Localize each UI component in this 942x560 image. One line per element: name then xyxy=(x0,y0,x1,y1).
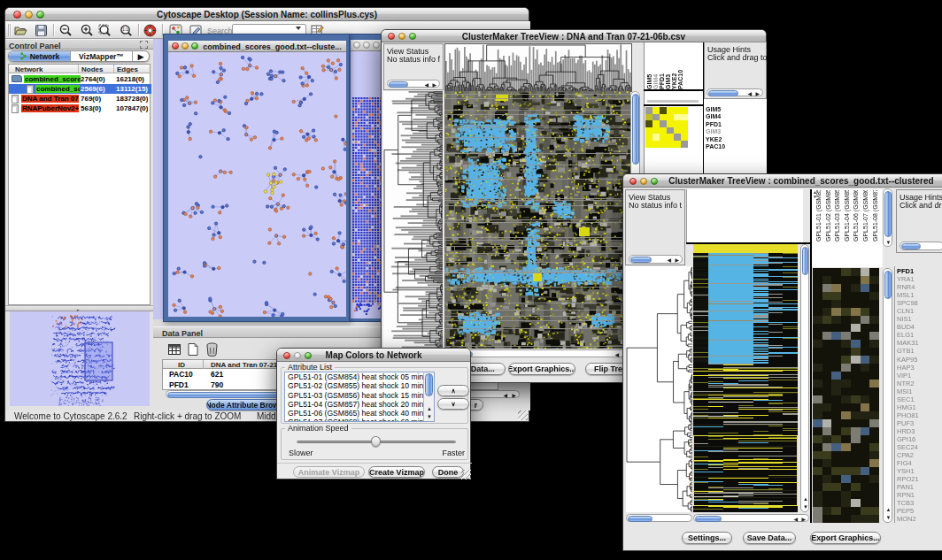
scrollbar-arrow-icon[interactable]: ▶ xyxy=(432,82,436,88)
treeview2-vscrollbar[interactable]: ▲ ▼ xyxy=(800,244,809,512)
treeview2-close-button[interactable] xyxy=(629,178,637,185)
scrollbar-thumb[interactable] xyxy=(884,191,892,237)
dialog-title-bar[interactable]: Map Colors to Network xyxy=(277,349,470,362)
attribute-list-scrollbar[interactable]: ▲ ▼ xyxy=(423,372,434,421)
scrollbar-thumb[interactable] xyxy=(632,94,639,165)
tab-more-button[interactable]: ▶ xyxy=(133,51,149,61)
col-nodes[interactable]: Nodes xyxy=(81,65,103,73)
new-attribute-icon[interactable] xyxy=(186,342,200,357)
treeview1-gene-dendrogram[interactable] xyxy=(383,91,443,349)
zoom-fit-icon[interactable] xyxy=(97,23,112,38)
attribute-list-item[interactable]: GPL51-04 (GSM857) heat shock 20 min xyxy=(285,400,434,409)
scrollbar-arrow-icon[interactable]: ▼ xyxy=(886,240,892,245)
save-data-button[interactable]: Save Data... xyxy=(743,532,796,544)
scrollbar-thumb[interactable] xyxy=(708,90,738,96)
scrollbar-arrow-icon[interactable]: ▼ xyxy=(427,414,432,419)
frame2-network-view[interactable] xyxy=(351,51,382,318)
treeview2-heatmap[interactable] xyxy=(693,244,798,512)
treeview2-labels-vscrollbar[interactable]: ▲ ▼ xyxy=(883,268,892,523)
attribute-list-item[interactable]: GPL51-02 (GSM855) heat shock 10 min xyxy=(285,381,434,390)
frame1-title-bar[interactable]: combined_scores_good.txt--cluste... xyxy=(168,41,346,52)
export-graphics-button[interactable]: Export Graphics... xyxy=(508,363,575,375)
treeview1-heatmap-hscrollbar[interactable]: ◀ ▶ xyxy=(448,349,630,357)
col-network[interactable]: Network xyxy=(15,65,43,73)
select-attributes-icon[interactable] xyxy=(167,342,181,357)
panel-splitter[interactable]: ▸ xyxy=(5,305,153,311)
main-resize-grip[interactable] xyxy=(518,410,528,420)
frame1-close-button[interactable] xyxy=(172,42,179,50)
move-up-button[interactable]: ∧ xyxy=(437,385,469,396)
frame2-zoom-button[interactable] xyxy=(373,42,380,49)
scrollbar-thumb[interactable] xyxy=(425,373,433,396)
scrollbar-arrow-icon[interactable]: ◀ xyxy=(503,393,507,398)
scrollbar-thumb[interactable] xyxy=(884,271,892,299)
col-id[interactable]: ID xyxy=(178,361,185,369)
frame2-title-bar[interactable] xyxy=(351,40,382,51)
main-title-bar[interactable]: Cytoscape Desktop (Session Name: collins… xyxy=(5,8,529,21)
create-vizmap-button[interactable]: Create Vizmap xyxy=(368,466,425,478)
scrollbar-arrow-icon[interactable]: ◀ xyxy=(424,82,429,88)
attribute-list[interactable]: GPL51-01 (GSM854) heat shock 05 minGPL51… xyxy=(284,372,435,422)
scrollbar-thumb[interactable] xyxy=(802,247,808,275)
delete-attribute-trash-icon[interactable] xyxy=(205,341,220,357)
scrollbar-arrow-icon[interactable]: ▲ xyxy=(886,507,892,512)
network-frame-2[interactable] xyxy=(346,34,384,322)
dialog-resize-grip[interactable] xyxy=(461,470,471,479)
treeview2-title-bar[interactable]: ClusterMaker TreeView : combined_scores_… xyxy=(623,174,942,188)
frame1-network-view[interactable] xyxy=(168,52,346,317)
scrollbar-arrow-icon[interactable]: ◀ xyxy=(793,517,798,522)
search-dropdown-icon[interactable] xyxy=(296,27,301,30)
scrollbar-thumb[interactable] xyxy=(628,516,652,522)
scrollbar-arrow-icon[interactable]: ▼ xyxy=(803,504,808,510)
scrollbar-arrow-icon[interactable]: ▼ xyxy=(886,515,892,520)
treeview2-heatmap-hscrollbar[interactable]: ◀ ▶ xyxy=(693,514,809,522)
zoom-in-icon[interactable] xyxy=(80,23,95,38)
scrollbar-arrow-icon[interactable]: ▶ xyxy=(675,257,679,263)
animate-vizmap-button[interactable]: Animate Vizmap xyxy=(293,466,365,478)
scrollbar-thumb[interactable] xyxy=(630,257,652,263)
treeview2-zoom-heatmap[interactable] xyxy=(813,268,879,523)
attribute-list-item[interactable]: GPL51-07 (GSM868) heat shock 60 min xyxy=(285,418,434,422)
scrollbar-arrow-icon[interactable]: ▶ xyxy=(801,517,806,522)
tab-vizmapper[interactable]: VizMapper™ xyxy=(71,51,133,61)
scrollbar-arrow-icon[interactable]: ▶ xyxy=(755,91,760,96)
attribute-list-item[interactable]: GPL51-03 (GSM856) heat shock 15 min xyxy=(285,391,434,400)
treeview2-gene-dendrogram[interactable] xyxy=(626,266,692,512)
scrollbar-thumb[interactable] xyxy=(389,81,408,88)
treeview1-heatmap[interactable] xyxy=(444,91,630,349)
scrollbar-arrow-icon[interactable]: ◀ xyxy=(614,352,619,357)
treeview2-genetree-hscrollbar[interactable] xyxy=(626,514,692,522)
settings-button[interactable]: Settings... xyxy=(682,532,732,544)
frame1-minimize-button[interactable] xyxy=(181,42,189,50)
save-icon[interactable] xyxy=(34,23,49,38)
frame2-close-button[interactable] xyxy=(353,42,360,49)
view-status-scrollbar[interactable]: ◀ ▶ xyxy=(387,80,440,88)
col-edges[interactable]: Edges xyxy=(117,65,138,73)
open-folder-icon[interactable] xyxy=(13,23,28,38)
scrollbar-arrow-icon[interactable]: ▲ xyxy=(427,406,432,411)
attribute-list-item[interactable]: GPL51-06 (GSM865) heat shock 40 min xyxy=(285,409,434,418)
tab-network[interactable]: Network xyxy=(9,51,71,61)
export-graphics-button[interactable]: Export Graphics... xyxy=(810,532,881,544)
usage-hints-scrollbar[interactable] xyxy=(900,242,942,250)
frame2-minimize-button[interactable] xyxy=(363,42,370,49)
frame1-zoom-button[interactable] xyxy=(191,42,198,50)
attribute-list-item[interactable]: GPL51-01 (GSM854) heat shock 05 min xyxy=(285,372,434,381)
scrollbar-thumb[interactable] xyxy=(901,243,921,249)
zoom-selected-icon[interactable]: 1:1 xyxy=(119,23,134,38)
usage-hints-scrollbar[interactable]: ◀ ▶ xyxy=(706,88,763,96)
network-frame-1[interactable]: combined_scores_good.txt--cluste... xyxy=(163,34,350,322)
scrollbar-arrow-icon[interactable]: ▶ xyxy=(512,393,516,398)
network-row-combined-scores[interactable]: combined_scores_ 2764(0) 16218(0) xyxy=(9,74,150,84)
network-row-dna-tran[interactable]: DNA and Tran 07 769(0) 183728(0) xyxy=(9,94,150,104)
help-lifesaver-icon[interactable] xyxy=(143,23,158,38)
zoom-out-icon[interactable] xyxy=(58,23,73,38)
network-row-rnapubernov2[interactable]: RNAPuberNov2+! 563(0) 107847(0) xyxy=(9,104,150,113)
birds-eye-view[interactable] xyxy=(10,311,150,406)
treeview1-zoom-matrix[interactable] xyxy=(645,107,688,148)
tab-node-attribute-browser[interactable]: Node Attribute Brows xyxy=(206,399,282,410)
scrollbar-arrow-icon[interactable]: ◀ xyxy=(667,257,671,263)
view-status-scrollbar[interactable]: ◀ ▶ xyxy=(629,255,683,264)
scrollbar-arrow-icon[interactable]: ◀ xyxy=(747,91,752,96)
scrollbar-arrow-icon[interactable]: ▲ xyxy=(803,496,808,502)
